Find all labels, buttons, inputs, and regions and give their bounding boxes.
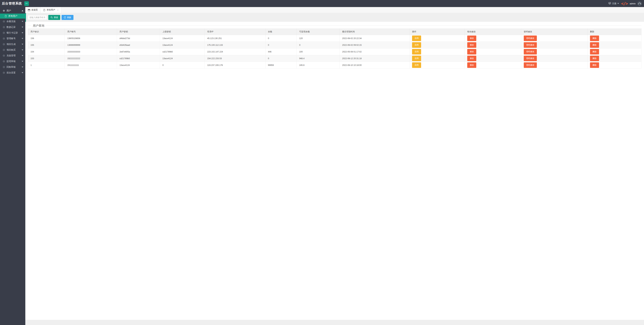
gear-circle-icon bbox=[3, 54, 5, 57]
main-layout: 用户 所有用户 余额充值 数据记录 银行卡记录 bbox=[0, 7, 644, 325]
sidebar-item-buyback-review[interactable]: 回购审核 bbox=[0, 64, 25, 70]
chevron-down-icon bbox=[617, 3, 619, 4]
wallet-modify-button[interactable]: 修改 bbox=[467, 56, 476, 61]
cell-balance: 446 bbox=[265, 48, 297, 55]
password-modify-button[interactable]: 密码修改 bbox=[524, 56, 537, 61]
delete-button[interactable]: 删除 bbox=[590, 49, 599, 54]
sidebar-item-label: 前台设置 bbox=[6, 71, 22, 74]
table-row: 1 15111111111 13asx4124 0 119.237.193.17… bbox=[28, 62, 642, 68]
search-input[interactable] bbox=[28, 15, 47, 20]
chevron-down-icon bbox=[22, 44, 23, 45]
wallet-modify-button[interactable]: 修改 bbox=[467, 35, 476, 41]
col-header-withdrawable: 可提现余额 bbox=[297, 29, 340, 35]
wallet-modify-button[interactable]: 修改 bbox=[467, 42, 476, 48]
chevron-down-icon bbox=[22, 61, 23, 62]
wallet-modify-button[interactable]: 修改 bbox=[467, 49, 476, 54]
content-area: 欢迎页 所有用户 × 搜索 bbox=[25, 7, 644, 325]
password-modify-button[interactable]: 密码修改 bbox=[524, 42, 537, 48]
delete-button[interactable]: 删除 bbox=[590, 35, 599, 41]
enable-button[interactable]: 启用 bbox=[412, 49, 421, 54]
chevron-down-icon bbox=[22, 49, 23, 50]
sidebar-item-recharge-management[interactable]: 充值管理 bbox=[0, 53, 25, 58]
tab-label: 所有用户 bbox=[47, 8, 55, 11]
password-modify-button[interactable]: 密码修改 bbox=[524, 35, 537, 41]
table-row: 153 15222222222 cd21789b5 13asx4124 154.… bbox=[28, 55, 642, 62]
cell-user-id: 1 bbox=[28, 62, 65, 68]
sidebar-item-frontend-settings[interactable]: 前台设置 bbox=[0, 70, 25, 76]
cell-account: 15333333333 bbox=[65, 48, 117, 55]
sidebar: 用户 所有用户 余额充值 数据记录 银行卡记录 bbox=[0, 7, 25, 325]
sidebar-item-label: 数据记录 bbox=[6, 26, 22, 29]
sidebar-item-project-purchase[interactable]: 项目购买 bbox=[0, 47, 25, 53]
table-header-row: 用户标识 用户账号 用户密钥 上级密钥 登录IP 余额 可提现余额 最后登陆时间… bbox=[28, 29, 642, 35]
password-modify-button[interactable]: 密码修改 bbox=[524, 49, 537, 54]
cell-user-key: cd21789b5 bbox=[117, 55, 160, 62]
cell-user-id: 153 bbox=[28, 55, 65, 62]
header-right: 主题 </> admin bbox=[608, 1, 644, 6]
sidebar-item-label: 管理账号 bbox=[6, 37, 22, 40]
delete-button[interactable]: 删除 bbox=[590, 56, 599, 61]
cell-balance: 0 bbox=[265, 42, 297, 48]
sidebar-item-label: 项目购买 bbox=[6, 48, 22, 51]
users-table: 用户标识 用户账号 用户密钥 上级密钥 登录IP 余额 可提现余额 最后登陆时间… bbox=[28, 28, 642, 68]
search-button[interactable]: 搜索 bbox=[48, 15, 60, 20]
cell-parent-key: 0 bbox=[160, 62, 204, 68]
cell-login-ip: 175.100.112.133 bbox=[204, 42, 265, 48]
avatar[interactable] bbox=[637, 1, 642, 6]
sidebar-collapse-button[interactable]: ••• bbox=[24, 1, 29, 6]
col-header-wallet-modify: 钱包修改 bbox=[465, 29, 521, 35]
cell-account: 15111111111 bbox=[65, 62, 117, 68]
chevron-down-icon bbox=[22, 72, 23, 73]
wallet-modify-button[interactable]: 修改 bbox=[467, 62, 476, 68]
gear-circle-icon bbox=[3, 49, 5, 51]
delete-button[interactable]: 删除 bbox=[590, 62, 599, 68]
username[interactable]: admin bbox=[630, 2, 636, 5]
cell-user-key: d4bbd273d bbox=[117, 35, 160, 42]
password-modify-button[interactable]: 密码修改 bbox=[524, 62, 537, 68]
sidebar-item-withdrawal-review[interactable]: 提现审核 bbox=[0, 58, 25, 64]
close-icon[interactable]: × bbox=[57, 9, 59, 11]
sidebar-item-all-users[interactable]: 所有用户 bbox=[0, 13, 25, 18]
tab-welcome[interactable]: 欢迎页 bbox=[25, 7, 40, 13]
sidebar-item-users[interactable]: 用户 bbox=[0, 8, 25, 13]
sidebar-item-admin-accounts[interactable]: 管理账号 bbox=[0, 36, 25, 41]
cell-withdrawable: 948.4 bbox=[297, 55, 340, 62]
sidebar-item-project-generate[interactable]: 项目生成 bbox=[0, 41, 25, 47]
gear-circle-icon bbox=[3, 72, 5, 74]
table-row: 155 13696999999 e5d426aad 13asx4124 175.… bbox=[28, 42, 642, 48]
enable-button[interactable]: 启用 bbox=[412, 42, 421, 48]
chevron-down-icon bbox=[22, 66, 23, 67]
theme-dropdown[interactable]: 主题 bbox=[608, 2, 619, 5]
enable-button[interactable]: 启用 bbox=[412, 56, 421, 61]
tab-all-users[interactable]: 所有用户 × bbox=[40, 7, 62, 13]
code-icon: </> bbox=[621, 1, 628, 6]
cell-parent-key: 13asx4124 bbox=[160, 42, 204, 48]
gear-circle-icon bbox=[3, 32, 5, 34]
section-title: 用户查询 bbox=[31, 24, 46, 28]
col-header-balance: 余额 bbox=[265, 29, 297, 35]
cell-balance: 0 bbox=[265, 55, 297, 62]
tab-bar: 欢迎页 所有用户 × bbox=[25, 7, 644, 13]
gear-circle-icon bbox=[3, 26, 5, 28]
sidebar-item-label: 银行卡记录 bbox=[6, 31, 22, 34]
sidebar-item-label: 用户 bbox=[6, 9, 22, 12]
gear-icon bbox=[3, 9, 5, 12]
table-row: 154 15333333333 2e87e605a cd21789b5 223.… bbox=[28, 48, 642, 55]
col-header-delete: 删除 bbox=[588, 29, 642, 35]
enable-button[interactable]: 启用 bbox=[412, 35, 421, 41]
refresh-button-label: 刷新 bbox=[67, 16, 71, 19]
cell-last-login: 2022-06-12 20:31:18 bbox=[340, 55, 410, 62]
sidebar-subitem-label: 所有用户 bbox=[8, 14, 18, 17]
user-query-panel: 用户查询 用户标识 用户账号 用户密钥 bbox=[25, 22, 644, 320]
chevron-down-icon bbox=[22, 55, 23, 56]
cell-withdrawable: 0 bbox=[297, 42, 340, 48]
sidebar-item-balance-recharge[interactable]: 余额充值 bbox=[0, 18, 25, 24]
enable-button[interactable]: 启用 bbox=[412, 62, 421, 68]
file-icon bbox=[43, 9, 46, 11]
monitor-icon bbox=[608, 2, 611, 5]
top-header: 后台管理系统 ••• 主题 </> admin bbox=[0, 0, 644, 7]
delete-button[interactable]: 删除 bbox=[590, 42, 599, 48]
sidebar-item-data-records[interactable]: 数据记录 bbox=[0, 24, 25, 30]
sidebar-item-bank-card-records[interactable]: 银行卡记录 bbox=[0, 30, 25, 36]
refresh-button[interactable]: 刷新 bbox=[62, 15, 74, 20]
